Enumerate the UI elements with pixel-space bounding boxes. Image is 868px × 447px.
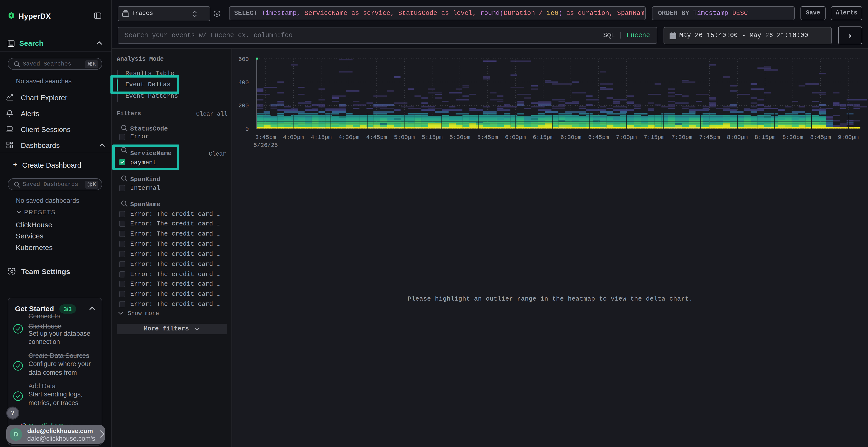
svg-text:6:00pm: 6:00pm (505, 134, 526, 141)
svg-text:7:45pm: 7:45pm (699, 134, 720, 141)
svg-text:6:45pm: 6:45pm (588, 134, 609, 141)
svg-text:8:45pm: 8:45pm (810, 134, 831, 141)
svg-text:8:15pm: 8:15pm (755, 134, 775, 141)
svg-text:4:30pm: 4:30pm (339, 134, 359, 141)
svg-text:7:15pm: 7:15pm (644, 134, 664, 141)
svg-text:200: 200 (239, 103, 249, 109)
svg-text:6:15pm: 6:15pm (533, 134, 553, 141)
svg-text:3:45pm: 3:45pm (255, 134, 276, 141)
svg-text:400: 400 (239, 79, 249, 86)
svg-text:8:30pm: 8:30pm (782, 134, 803, 141)
svg-text:6:30pm: 6:30pm (560, 134, 581, 141)
svg-text:5/26/25: 5/26/25 (254, 142, 278, 148)
svg-text:7:30pm: 7:30pm (672, 134, 692, 141)
svg-text:5:45pm: 5:45pm (477, 134, 498, 141)
svg-text:9:00pm: 9:00pm (838, 134, 859, 141)
svg-text:5:00pm: 5:00pm (394, 134, 415, 141)
svg-text:4:15pm: 4:15pm (311, 134, 332, 141)
svg-text:5:15pm: 5:15pm (422, 134, 442, 141)
svg-text:4:45pm: 4:45pm (366, 134, 387, 141)
svg-text:7:00pm: 7:00pm (616, 134, 637, 141)
svg-text:0: 0 (245, 126, 249, 133)
svg-text:600: 600 (239, 56, 249, 63)
svg-text:8:00pm: 8:00pm (727, 134, 748, 141)
svg-text:5:30pm: 5:30pm (450, 134, 470, 141)
svg-text:4:00pm: 4:00pm (283, 134, 304, 141)
